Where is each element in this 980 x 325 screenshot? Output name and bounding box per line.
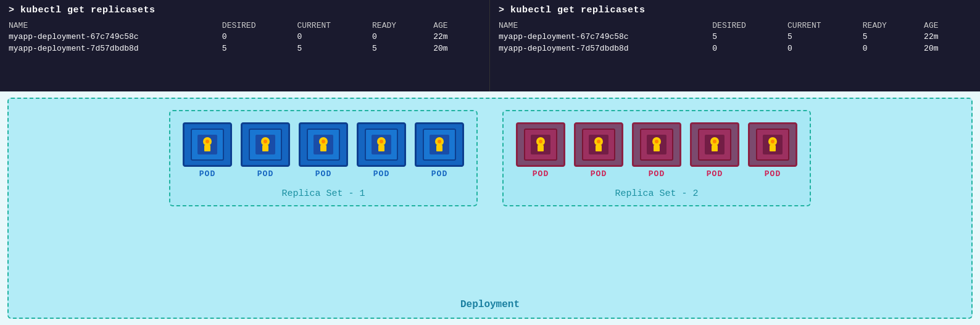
right-col-ready: READY xyxy=(863,20,924,31)
svg-rect-18 xyxy=(436,145,442,151)
pod-inner xyxy=(249,129,282,161)
svg-rect-6 xyxy=(262,145,268,151)
pod-item: POD xyxy=(357,122,406,179)
kubernetes-icon xyxy=(761,133,784,156)
pod-inner xyxy=(191,129,224,161)
svg-rect-26 xyxy=(596,145,602,151)
left-terminal-table: NAME DESIRED CURRENT READY AGE myapp-dep… xyxy=(9,20,481,54)
right-row1-current: 5 xyxy=(787,31,863,43)
kubernetes-icon xyxy=(370,133,393,156)
svg-point-11 xyxy=(322,140,325,143)
left-row2-current: 5 xyxy=(297,43,372,54)
right-row2-desired: 0 xyxy=(712,43,787,54)
deployment-area: POD xyxy=(7,98,973,319)
kubernetes-icon xyxy=(428,133,451,156)
table-row: myapp-deployment-7d57dbdb8d 5 5 5 20m xyxy=(9,43,481,54)
svg-rect-38 xyxy=(770,145,776,151)
kubernetes-icon xyxy=(196,133,219,156)
kubernetes-icon xyxy=(645,133,668,156)
right-col-age: AGE xyxy=(924,20,971,31)
pod-inner xyxy=(640,129,673,161)
svg-rect-30 xyxy=(654,145,660,151)
table-row: myapp-deployment-7d57dbdb8d 0 0 0 20m xyxy=(499,43,971,54)
pod-item: POD xyxy=(415,122,464,179)
pod-label: POD xyxy=(765,169,781,179)
pod-inner xyxy=(423,129,456,161)
pod-item: POD xyxy=(299,122,348,179)
pod-label: POD xyxy=(373,169,389,179)
right-terminal-command: > kubectl get replicasets xyxy=(499,5,971,15)
pod-label: POD xyxy=(649,169,665,179)
right-row2-name: myapp-deployment-7d57dbdb8d xyxy=(499,43,712,54)
left-col-name: NAME xyxy=(9,20,222,31)
left-col-desired: DESIRED xyxy=(222,20,297,31)
terminals-row: > kubectl get replicasets NAME DESIRED C… xyxy=(0,0,980,91)
replica-set-2-label: Replica Set - 2 xyxy=(615,188,698,199)
svg-point-31 xyxy=(655,140,658,143)
kubernetes-icon xyxy=(703,133,726,156)
left-row2-ready: 5 xyxy=(372,43,433,54)
pod-label: POD xyxy=(707,169,723,179)
left-row2-age: 20m xyxy=(433,43,481,54)
pod-item: POD xyxy=(690,122,739,179)
left-row1-current: 0 xyxy=(297,31,372,43)
pod-label: POD xyxy=(257,169,273,179)
right-row1-desired: 5 xyxy=(712,31,787,43)
pod-icon-red xyxy=(574,122,623,167)
right-col-current: CURRENT xyxy=(787,20,863,31)
left-row2-desired: 5 xyxy=(222,43,297,54)
pod-icon-blue xyxy=(299,122,348,167)
replica-set-2: POD xyxy=(502,110,811,206)
replica-sets-row: POD xyxy=(9,99,971,295)
pod-icon-blue xyxy=(415,122,464,167)
pod-item: POD xyxy=(241,122,290,179)
table-row: myapp-deployment-67c749c58c 5 5 5 22m xyxy=(499,31,971,43)
left-row1-age: 22m xyxy=(433,31,481,43)
deployment-label: Deployment xyxy=(460,299,520,310)
right-col-desired: DESIRED xyxy=(712,20,787,31)
replica-set-1-label: Replica Set - 1 xyxy=(281,188,365,199)
kubernetes-icon xyxy=(254,133,277,156)
svg-rect-22 xyxy=(538,145,544,151)
pod-item: POD xyxy=(748,122,797,179)
svg-rect-34 xyxy=(712,145,718,151)
left-col-current: CURRENT xyxy=(297,20,372,31)
pod-inner xyxy=(756,129,789,161)
pod-icon-red xyxy=(632,122,681,167)
right-row1-name: myapp-deployment-67c749c58c xyxy=(499,31,712,43)
pod-inner xyxy=(698,129,731,161)
svg-point-35 xyxy=(713,140,716,143)
right-table-header-row: NAME DESIRED CURRENT READY AGE xyxy=(499,20,971,31)
right-row2-age: 20m xyxy=(924,43,971,54)
left-terminal-command: > kubectl get replicasets xyxy=(9,5,481,15)
pod-inner xyxy=(365,129,398,161)
pod-icon-blue xyxy=(241,122,290,167)
pod-label: POD xyxy=(315,169,331,179)
right-terminal: > kubectl get replicasets NAME DESIRED C… xyxy=(490,0,980,91)
left-row1-desired: 0 xyxy=(222,31,297,43)
pod-inner xyxy=(524,129,557,161)
svg-rect-10 xyxy=(320,145,326,151)
kubernetes-icon xyxy=(587,133,610,156)
pod-icon-red xyxy=(516,122,565,167)
svg-rect-14 xyxy=(378,145,384,151)
kubernetes-icon xyxy=(312,133,335,156)
svg-point-23 xyxy=(539,140,542,143)
left-row2-name: myapp-deployment-7d57dbdb8d xyxy=(9,43,222,54)
pods-row-1: POD xyxy=(183,122,464,179)
svg-rect-2 xyxy=(204,145,210,151)
pod-icon-red xyxy=(748,122,797,167)
pod-icon-red xyxy=(690,122,739,167)
left-row1-name: myapp-deployment-67c749c58c xyxy=(9,31,222,43)
svg-point-15 xyxy=(380,140,383,143)
pod-label: POD xyxy=(591,169,607,179)
pod-icon-blue xyxy=(183,122,232,167)
right-col-name: NAME xyxy=(499,20,712,31)
right-terminal-table: NAME DESIRED CURRENT READY AGE myapp-dep… xyxy=(499,20,971,54)
right-row2-ready: 0 xyxy=(863,43,924,54)
pod-label: POD xyxy=(199,169,215,179)
replica-set-1: POD xyxy=(169,110,478,206)
pod-icon-blue xyxy=(357,122,406,167)
pod-item: POD xyxy=(516,122,565,179)
pods-row-2: POD xyxy=(516,122,797,179)
